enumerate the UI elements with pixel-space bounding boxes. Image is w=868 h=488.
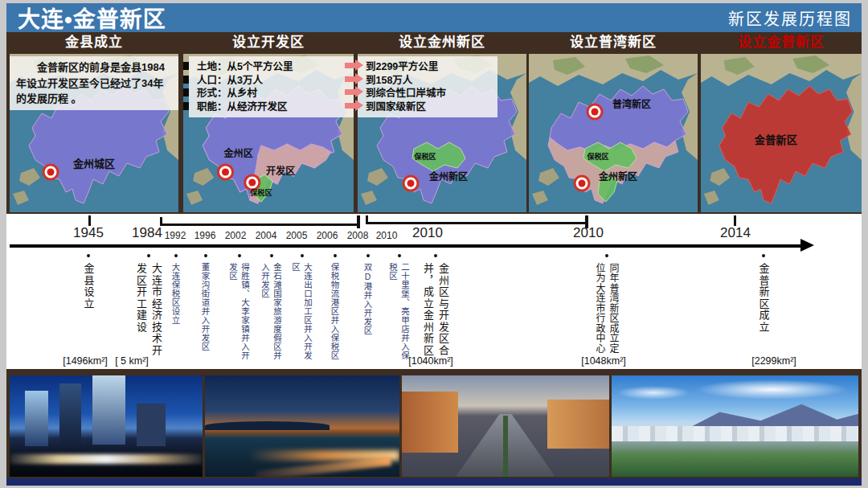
milestone-text: 金县设立 [81,263,96,357]
region-label: 开发区 [266,165,295,177]
satellite-map-3: 保税区金州新区到2299平方公里到158万人到综合性口岸城市到国家级新区 [358,54,526,212]
photo-dusk-coastal-highway [205,375,399,477]
milestone-item: •金县设立 [81,251,96,357]
timeline-arrowhead-icon [800,239,814,252]
info-line: 到国家级新区 [366,100,493,114]
transition-arrow-icon [345,76,355,82]
region-label: 金普新区 [754,133,798,146]
milestone-text: 董家沟街道并入开发区 [200,263,212,361]
milestone-item: •二十里堡、亮甲店并入保税区 [387,251,411,361]
region-label: 金州新区 [428,170,468,182]
bullet-square-icon [183,76,189,84]
milestone-text: 大连市经济技术开发区开工建设 [133,263,164,357]
year-label: 2010 [573,225,604,241]
milestone-dot-icon: • [301,251,305,260]
location-marker-icon [403,176,418,191]
info-box-map-3: 到2299平方公里到158万人到综合性口岸城市到国家级新区 [358,56,497,117]
year-label: 1984 [132,225,162,241]
bullet-square-icon [183,62,189,70]
area-size-label: [1048km²] [581,355,626,367]
milestone-dot-icon: • [398,251,402,260]
year-label: 2008 [347,230,369,241]
location-marker-icon [588,105,602,119]
bullet-square-icon [183,102,189,110]
region-label: 金州新区 [598,170,637,182]
location-marker-icon [218,165,232,179]
milestone-item: •金石滩国家旅游度假区并入开发区 [260,251,284,361]
stage-label-1: 金县成立 [10,32,178,53]
area-size-label: [1040km²] [408,355,453,367]
milestone-item: •保税物流港区并入保税区 [330,251,342,361]
milestone-text: 金普新区成立 [756,263,772,357]
bullet-square-icon [183,88,189,96]
photo-sunset-boulevard [402,375,609,477]
stage-label-3: 设立金州新区 [358,32,526,53]
info-line: 人口：从3万人 [197,74,349,88]
milestone-dot-icon: • [147,251,151,260]
timeline-axis [10,244,802,248]
area-size-label: [2299km²] [751,355,796,367]
year-label: 2014 [720,225,751,241]
info-line: 到158万人 [366,74,493,88]
photo-daytime-cityscape [612,375,858,477]
satellite-map-4: 普湾新区保税区金州新区 [529,54,698,212]
milestone-dot-icon: • [204,251,208,260]
bottom-bar [6,478,862,486]
area-size-label: [1496km²] [63,355,108,367]
bracket-a [160,223,359,226]
milestone-item: •金普新区成立 [756,251,772,357]
milestone-text: 保税物流港区并入保税区 [330,263,342,361]
region-label: 保税区 [413,152,436,161]
milestone-item: •同年普湾新区成立定位为大连市行政中心 [593,251,620,354]
milestone-text: 大连出口加工区并入开发区 [290,263,314,361]
milestone-item: •董家沟街道并入开发区 [200,251,212,361]
bracket-a-right [357,215,360,228]
info-box-map-2: 土地：从5个平方公里人口：从3万人形式：从乡村职能：从经济开发区 [189,56,354,117]
satellite-map-2: 金州区开发区保税区土地：从5个平方公里人口：从3万人形式：从乡村职能：从经济开发… [183,54,354,212]
milestone-item: •金州区与开发区合并，成立金州新区 [420,251,451,357]
milestone-item: •双D港并入开发区 [362,251,375,361]
year-label: 2006 [317,230,338,241]
milestone-dot-icon: • [762,251,766,260]
intro-note: 金普新区的前身是金县1984年设立开发区至今已经过了34年的发展历程 。 [10,56,178,110]
year-label: 2005 [286,230,308,241]
stage-label-2: 设立开发区 [183,32,354,53]
year-label: 2010 [376,230,398,241]
year-label: 1992 [165,230,186,241]
region-label: 保税区 [249,188,272,197]
info-line: 形式：从乡村 [197,87,349,100]
region-label: 金州区 [223,147,252,159]
timeline-section: 1945198419921996200220042005200620082010… [6,214,862,369]
region-label: 保税区 [586,152,608,161]
satellite-map-1: 金州城区金普新区的前身是金县1984年设立开发区至今已经过了34年的发展历程 。 [10,54,178,212]
milestone-text: 大连保税区设立 [170,263,182,361]
header-bar: 大连•金普新区 新区发展历程图 [6,3,862,32]
milestone-text: 金石滩国家旅游度假区并入开发区 [260,263,284,361]
location-marker-icon [43,165,58,179]
info-line: 职能：从经济开发区 [197,100,349,114]
milestone-dot-icon: • [605,251,609,260]
maps-section: 金县成立设立开发区设立金州新区设立普湾新区设立金普新区 金州城区金普新区的前身是… [6,32,862,214]
region-label: 金州城区 [72,158,115,170]
satellite-map-5: 金普新区 [701,54,862,212]
info-line: 土地：从5个平方公里 [197,60,349,74]
page-title: 大连•金普新区 [6,2,166,34]
milestone-item: •得胜镇、大李家镇并入开发区 [227,251,252,361]
milestone-dot-icon: • [334,251,338,260]
photos-band [6,369,862,478]
milestone-dot-icon: • [434,251,438,260]
stage-label-4: 设立普湾新区 [529,32,698,53]
milestone-text: 双D港并入开发区 [362,263,375,361]
milestone-dot-icon: • [366,251,371,260]
year-label: 2004 [256,230,277,241]
milestone-text: 二十里堡、亮甲店并入保税区 [387,263,411,361]
slide: 大连•金普新区 新区发展历程图 金县成立设立开发区设立金州新区设立普湾新区设立金… [0,0,868,488]
transition-arrow-icon [345,103,355,109]
photo-night-city-skyline [10,375,203,477]
area-size-label: [ 5 km²] [115,355,149,367]
milestone-dot-icon: • [87,251,91,260]
stage-label-5: 设立金普新区 [701,32,862,53]
milestone-text: 得胜镇、大李家镇并入开发区 [227,263,252,361]
milestone-dot-icon: • [270,251,274,260]
milestone-dot-icon: • [174,251,178,260]
